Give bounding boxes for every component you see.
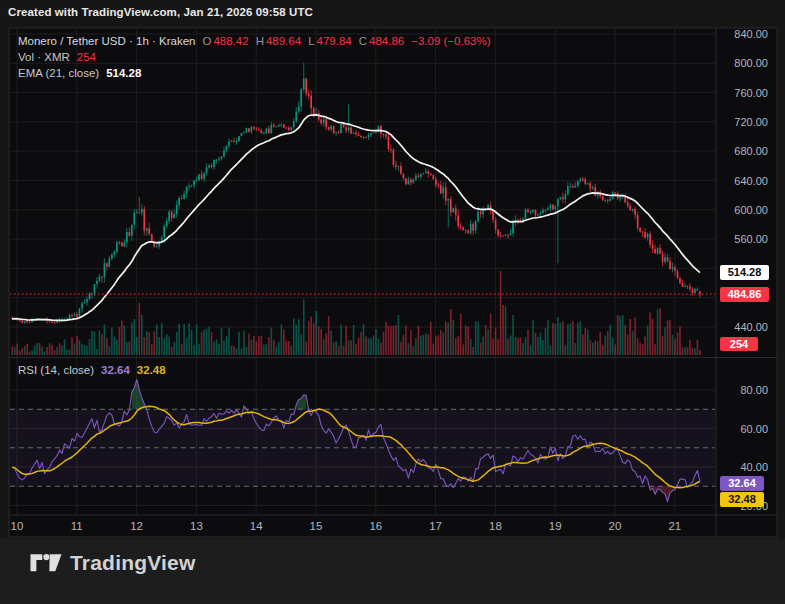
- rsi-ma-value: 32.48: [137, 364, 166, 376]
- svg-text:11: 11: [71, 520, 83, 532]
- svg-text:17: 17: [429, 520, 442, 532]
- svg-text:760.00: 760.00: [734, 87, 768, 99]
- svg-text:14: 14: [250, 520, 263, 532]
- change-value: −3.09 (−0.63%): [411, 35, 490, 47]
- svg-text:800.00: 800.00: [734, 57, 768, 69]
- rsi-legend-row[interactable]: RSI (14, close) 32.64 32.48: [18, 364, 166, 376]
- last-price-badge: 484.86: [720, 287, 769, 302]
- ema-value: 514.28: [106, 67, 141, 79]
- volume-badge: 254: [720, 337, 758, 351]
- svg-text:680.00: 680.00: [734, 145, 768, 157]
- svg-text:640.00: 640.00: [734, 175, 768, 187]
- volume-legend-row[interactable]: Vol · XMR 254: [18, 51, 96, 63]
- svg-text:10: 10: [11, 520, 24, 532]
- volume-label: Vol · XMR: [18, 51, 70, 63]
- svg-text:13: 13: [190, 520, 203, 532]
- svg-text:16: 16: [369, 520, 382, 532]
- ema-label: EMA (21, close): [18, 67, 99, 79]
- svg-text:600.00: 600.00: [734, 204, 768, 216]
- svg-text:20: 20: [609, 520, 622, 532]
- svg-text:720.00: 720.00: [734, 116, 768, 128]
- svg-text:440.00: 440.00: [734, 321, 768, 333]
- high-value: 489.64: [266, 35, 301, 47]
- rsi-label: RSI (14, close): [18, 364, 94, 376]
- tradingview-logo-icon: [29, 550, 63, 576]
- close-letter: C: [359, 35, 367, 47]
- brand-text: TradingView: [70, 551, 196, 575]
- rsi-badge: 32.64: [720, 476, 764, 491]
- low-value: 479.84: [317, 35, 352, 47]
- ohlc-close: C484.86: [359, 35, 405, 47]
- open-letter: O: [202, 35, 211, 47]
- high-letter: H: [256, 35, 264, 47]
- price-chart-canvas[interactable]: 840.00800.00760.00720.00680.00640.00600.…: [0, 0, 785, 604]
- main-legend-row[interactable]: Monero / Tether USD · 1h · Kraken O488.4…: [18, 35, 491, 47]
- ohlc-high: H489.64: [256, 35, 302, 47]
- svg-text:40.00: 40.00: [740, 461, 768, 473]
- ema-price-badge: 514.28: [720, 265, 769, 280]
- screenshot-root: Created with TradingView.com, Jan 21, 20…: [0, 0, 785, 604]
- open-value: 488.42: [213, 35, 248, 47]
- volume-value: 254: [77, 51, 96, 63]
- svg-text:80.00: 80.00: [740, 384, 768, 396]
- ohlc-open: O488.42: [202, 35, 248, 47]
- svg-text:12: 12: [130, 520, 143, 532]
- low-letter: L: [308, 35, 314, 47]
- svg-text:60.00: 60.00: [740, 423, 768, 435]
- ohlc-low: L479.84: [308, 35, 352, 47]
- rsi-value: 32.64: [101, 364, 130, 376]
- footer-bar: TradingView: [0, 539, 785, 604]
- svg-text:21: 21: [668, 520, 681, 532]
- svg-text:15: 15: [310, 520, 323, 532]
- svg-text:560.00: 560.00: [734, 233, 768, 245]
- svg-text:840.00: 840.00: [734, 28, 768, 40]
- symbol-title: Monero / Tether USD · 1h · Kraken: [18, 35, 195, 47]
- tradingview-brand[interactable]: TradingView: [29, 550, 196, 576]
- rsi-ma-badge: 32.48: [720, 492, 764, 507]
- close-value: 484.86: [369, 35, 404, 47]
- ema-legend-row[interactable]: EMA (21, close) 514.28: [18, 67, 141, 79]
- svg-text:19: 19: [549, 520, 562, 532]
- svg-text:18: 18: [489, 520, 502, 532]
